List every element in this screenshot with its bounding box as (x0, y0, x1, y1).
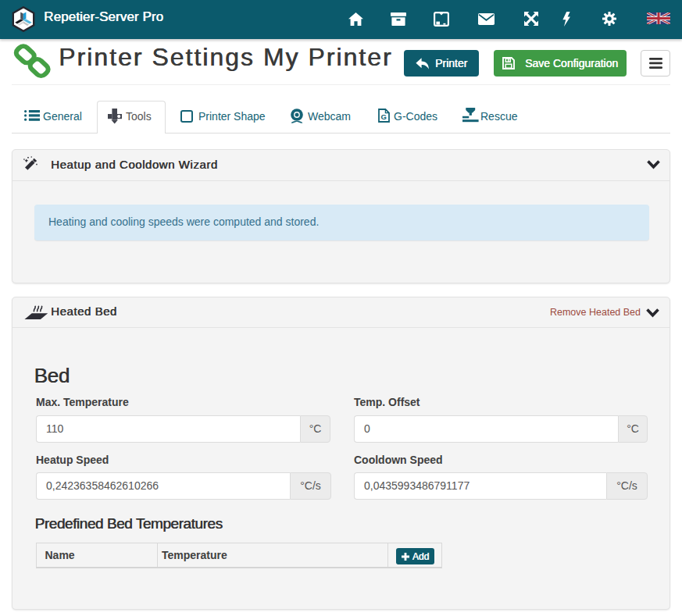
svg-text:G: G (381, 112, 387, 121)
